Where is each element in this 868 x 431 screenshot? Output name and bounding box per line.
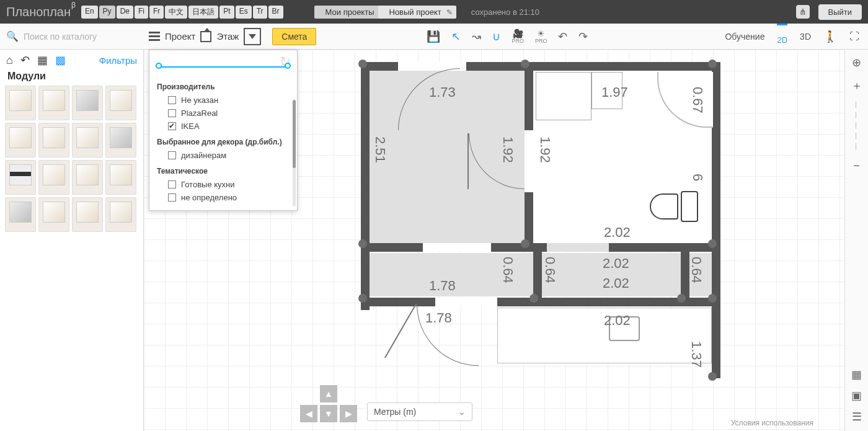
breadcrumb-projects[interactable]: Мои проекты xyxy=(314,6,382,19)
checkbox-icon[interactable] xyxy=(168,122,176,130)
draw-wall-icon[interactable]: ↝ xyxy=(472,30,481,43)
toilet[interactable] xyxy=(650,191,698,222)
magnet-icon[interactable]: ∪ xyxy=(492,30,500,43)
checkbox-icon[interactable] xyxy=(168,109,176,117)
edit-name-icon[interactable]: ✎ xyxy=(446,8,453,17)
grid-toggle-icon[interactable]: ▦ xyxy=(851,368,862,381)
filters-link[interactable]: Фильтры xyxy=(99,55,137,66)
wall-node[interactable] xyxy=(529,294,538,303)
mode-2d[interactable]: 2D xyxy=(777,24,787,50)
floor-icon[interactable] xyxy=(200,31,211,42)
grid-small-icon[interactable]: ▩ xyxy=(55,53,66,67)
module-thumb[interactable] xyxy=(72,197,103,232)
wall-node[interactable] xyxy=(708,239,717,248)
wall-outer-right[interactable] xyxy=(712,62,720,310)
pan-left[interactable]: ◀ xyxy=(300,405,317,422)
checkbox-icon[interactable] xyxy=(168,96,176,104)
wall-node[interactable] xyxy=(708,294,717,303)
wall-node[interactable] xyxy=(358,60,367,68)
module-thumb[interactable] xyxy=(5,197,36,232)
back-icon[interactable]: ↶ xyxy=(20,53,30,67)
lang-pt[interactable]: Pt xyxy=(219,6,234,19)
module-thumb[interactable] xyxy=(38,123,69,158)
lang-tr[interactable]: Tr xyxy=(253,6,267,19)
wall-node[interactable] xyxy=(521,239,529,248)
lang-中文[interactable]: 中文 xyxy=(165,6,187,19)
lang-br[interactable]: Br xyxy=(268,6,283,19)
share-icon[interactable]: ⋔ xyxy=(796,5,810,19)
wall-node[interactable] xyxy=(358,239,367,248)
lang-de[interactable]: De xyxy=(117,6,133,19)
home-icon[interactable]: ⌂ xyxy=(6,54,13,67)
bathroom-cabinet[interactable] xyxy=(536,72,591,120)
training-link[interactable]: Обучение xyxy=(725,32,764,42)
zoom-out-icon[interactable]: − xyxy=(853,159,860,172)
module-thumb[interactable] xyxy=(72,123,103,158)
units-select[interactable]: Метры (m) ⌄ xyxy=(367,402,472,421)
save-icon[interactable]: 💾 xyxy=(427,30,440,43)
light-pro-icon[interactable]: ☀PRO xyxy=(535,29,547,44)
wall-kitchen-right[interactable] xyxy=(712,298,720,378)
target-icon[interactable]: ⊕ xyxy=(852,56,861,69)
lang-fr[interactable]: Fr xyxy=(149,6,164,19)
module-thumb[interactable] xyxy=(38,197,69,232)
module-thumb[interactable] xyxy=(105,86,136,120)
fullscreen-icon[interactable]: ⛶ xyxy=(849,31,859,42)
filter-item[interactable]: Готовые кухни xyxy=(157,178,294,191)
search-input[interactable] xyxy=(22,31,128,42)
lang-es[interactable]: Es xyxy=(236,6,252,19)
logout-button[interactable]: Выйти xyxy=(818,4,862,20)
filter-scrollbar[interactable] xyxy=(293,100,296,207)
floor-dropdown-icon[interactable] xyxy=(244,28,261,45)
module-thumb[interactable] xyxy=(5,123,36,158)
lang-日本語[interactable]: 日本語 xyxy=(188,6,218,19)
wall-node[interactable] xyxy=(708,60,717,68)
filter-item[interactable]: не определено xyxy=(157,191,294,204)
pan-right[interactable]: ▶ xyxy=(340,405,357,422)
image-icon[interactable]: ▣ xyxy=(851,389,862,402)
module-thumb[interactable] xyxy=(105,197,136,232)
wall-node[interactable] xyxy=(521,60,529,68)
price-slider[interactable] xyxy=(158,66,288,68)
lang-en[interactable]: En xyxy=(81,6,98,19)
slider-handle-max[interactable] xyxy=(285,63,291,69)
menu-icon[interactable] xyxy=(149,32,160,41)
lang-ру[interactable]: Ру xyxy=(99,6,115,19)
search-icon[interactable]: 🔍 xyxy=(6,30,19,42)
mode-3d[interactable]: 3D xyxy=(800,32,811,42)
pan-down[interactable]: ▼ xyxy=(320,405,337,422)
wall-node[interactable] xyxy=(677,294,686,303)
module-thumb[interactable] xyxy=(72,160,103,195)
checkbox-icon[interactable] xyxy=(168,193,176,202)
filter-item[interactable]: PlazaReal xyxy=(157,107,294,120)
module-thumb[interactable] xyxy=(38,86,69,120)
lang-fi[interactable]: Fi xyxy=(135,6,148,19)
pan-up[interactable]: ▲ xyxy=(320,385,337,402)
checkbox-icon[interactable] xyxy=(168,151,176,159)
zoom-in-icon[interactable]: ＋ xyxy=(851,78,862,93)
undo-icon[interactable]: ↶ xyxy=(558,30,567,43)
terms-link[interactable]: Условия использования xyxy=(731,419,813,427)
filter-item[interactable]: Не указан xyxy=(157,94,294,107)
wall-node[interactable] xyxy=(708,372,717,381)
module-thumb[interactable] xyxy=(72,86,103,120)
wall-outer-left[interactable] xyxy=(361,62,370,310)
floor-label[interactable]: Этаж xyxy=(216,31,239,42)
zoom-slider[interactable]: — — — — — xyxy=(853,102,860,151)
filter-item[interactable]: дизайнерам xyxy=(157,149,294,162)
module-thumb[interactable] xyxy=(5,160,36,195)
walk-mode-icon[interactable]: 🚶 xyxy=(823,30,837,43)
breadcrumb-current[interactable]: Новый проект ✎ xyxy=(378,6,456,19)
checkbox-icon[interactable] xyxy=(168,180,176,189)
grid-large-icon[interactable]: ▦ xyxy=(37,53,48,67)
filter-item[interactable]: IKEA xyxy=(157,120,294,133)
slider-handle-min[interactable] xyxy=(156,63,162,69)
redo-icon[interactable]: ↷ xyxy=(578,30,588,43)
layers-icon[interactable]: ☰ xyxy=(852,410,862,424)
camera-pro-icon[interactable]: 🎥PRO xyxy=(512,29,524,44)
pointer-icon[interactable]: ↖ xyxy=(451,30,461,43)
project-label[interactable]: Проект xyxy=(165,31,195,42)
module-thumb[interactable] xyxy=(105,123,136,158)
module-thumb[interactable] xyxy=(38,160,69,195)
wall-node[interactable] xyxy=(358,294,367,303)
